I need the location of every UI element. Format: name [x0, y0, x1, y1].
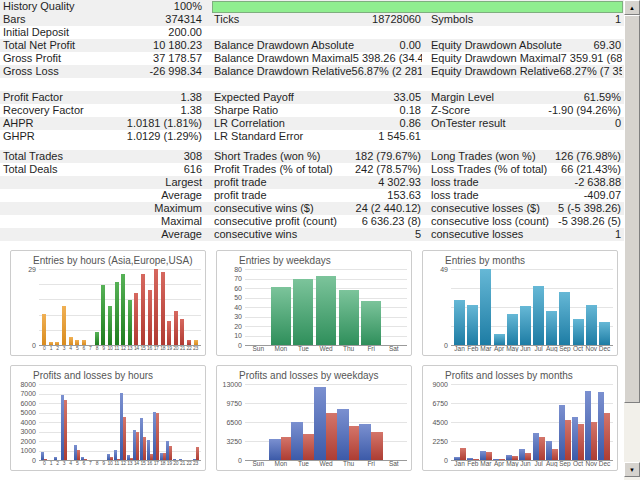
metric-value: 126 (76.98%) [555, 150, 622, 163]
report-cell [422, 26, 622, 39]
bar-slot [192, 447, 199, 460]
bar-slot [140, 418, 147, 460]
bar-slot [506, 314, 519, 345]
bar-slot [127, 300, 134, 345]
y-tick-label: 29 [28, 266, 36, 273]
metric-value: Maximum [154, 202, 203, 215]
metric-value [621, 26, 622, 39]
report-cell: Equity Drawdown Maximal7 359.91 (68.27%) [422, 52, 622, 65]
x-tick-label: Dec [598, 345, 611, 352]
metric-value: 1.38 [181, 91, 203, 104]
y-axis: 290 [13, 269, 39, 345]
metric-label: Equity Drawdown Relative [431, 65, 559, 78]
loss-bar [578, 424, 584, 460]
metric-label: consecutive loss (count) [431, 215, 549, 228]
x-tick-label: Apr [493, 460, 506, 467]
report-cell: consecutive losses ($)5 (-5 398.26) [422, 202, 622, 215]
bar-slot [360, 424, 383, 460]
metric-label: Total Trades [3, 150, 63, 163]
report-cell: Loss Trades (% of total)66 (21.43%) [422, 163, 622, 176]
metric-value: Average [161, 228, 203, 241]
metric-label: Initial Deposit [3, 26, 69, 39]
report-cell: LR Standard Error1 545.61 [203, 130, 422, 143]
bar-slot [466, 458, 479, 460]
bar [62, 306, 66, 345]
bar [180, 319, 184, 345]
x-tick-label: Thu [337, 460, 360, 467]
report-cell: Long Trades (won %)126 (76.98%) [422, 150, 622, 163]
report-row: Averageconsecutive wins5consecutive loss… [0, 228, 624, 241]
history-quality-progressbar [212, 1, 623, 13]
bar-slot [192, 340, 199, 345]
x-tick-label: Mar [479, 460, 492, 467]
charts-row-1: Entries by hours (Asia,Europe,USA)290012… [0, 247, 624, 356]
report-row: Maximumconsecutive wins ($)24 (2 440.12)… [0, 202, 624, 215]
report-cell: Initial Deposit200.00 [0, 26, 203, 39]
report-row: Profit Factor1.38Expected Payoff33.05Mar… [0, 91, 624, 104]
x-tick-label: Oct [572, 345, 585, 352]
report-cell: consecutive wins ($)24 (2 440.12) [203, 202, 422, 215]
metric-value: Largest [165, 176, 203, 189]
bar [55, 342, 59, 345]
charts-row-2: Profits and losses by hours8000700060005… [0, 362, 624, 471]
loss-bar [552, 449, 558, 460]
metric-label: consecutive wins ($) [214, 202, 314, 215]
loss-bar [473, 459, 479, 460]
report-cell: profit trade153.63 [203, 189, 422, 202]
report-row: GHPR1.0129 (1.29%)LR Standard Error1 545… [0, 130, 624, 143]
bar-slot [173, 459, 180, 460]
charts-area: Entries by hours (Asia,Europe,USA)290012… [0, 247, 624, 477]
x-tick-label: Thu [337, 345, 360, 352]
loss-bar [460, 448, 466, 460]
chart-title: Profits and losses by hours [33, 370, 201, 381]
report-cell: Equity Drawdown Absolute69.30 [422, 39, 622, 52]
bar-slot [493, 459, 506, 460]
metric-value: 68.27% (7 359.91) [559, 65, 622, 78]
report-cell: profit trade4 302.93 [203, 176, 422, 189]
bar [69, 337, 73, 345]
metric-label: Sharpe Ratio [214, 104, 278, 117]
scroll-down-icon[interactable]: ▼ [624, 462, 640, 477]
bar-slot [100, 285, 107, 345]
y-axis: 130009750650032500 [219, 384, 245, 460]
y-tick-label: 80 [234, 266, 242, 273]
y-tick-label: 4000 [20, 419, 36, 426]
x-tick-label: Jan [453, 460, 466, 467]
x-tick-label: Fri [360, 460, 383, 467]
report-cell: Maximal [0, 215, 203, 228]
plot-area [39, 384, 201, 460]
y-tick-label: 50 [234, 294, 242, 301]
profit-bar [359, 424, 371, 460]
y-tick-label: 0 [238, 457, 242, 464]
x-axis-line [39, 460, 201, 461]
y-axis: 80706050403020100 [219, 269, 245, 345]
bar-slot [74, 445, 81, 460]
x-tick-label: Jun [519, 345, 532, 352]
bar [271, 287, 291, 345]
x-axis-line [451, 345, 613, 346]
scroll-up-icon[interactable]: ▲ [624, 0, 640, 15]
bar-slot [545, 441, 558, 460]
y-tick-label: 2250 [432, 438, 448, 445]
x-tick-label: Jul [532, 345, 545, 352]
vertical-scrollbar[interactable]: ▲ ▼ [624, 0, 640, 480]
plot-area [451, 384, 613, 460]
bar [194, 340, 198, 345]
x-tick-label: Mon [270, 345, 293, 352]
chart-entries-by-months: Entries by months490JanFebMarAprMayJunJu… [422, 250, 618, 356]
bar-slot [61, 395, 68, 460]
scrollbar-thumb[interactable] [624, 15, 640, 403]
bar [187, 340, 191, 345]
x-axis-line [39, 345, 201, 346]
y-tick-label: 0 [32, 457, 36, 464]
metric-value: 6 636.23 (8) [362, 215, 422, 228]
metric-label: loss trade [431, 189, 479, 202]
bar [115, 282, 119, 345]
y-tick-label: 7000 [20, 390, 36, 397]
chart-entries-by-hours: Entries by hours (Asia,Europe,USA)290012… [10, 250, 206, 356]
bar-slot [493, 334, 506, 345]
bar-slot [153, 412, 160, 460]
loss-bar [169, 446, 172, 460]
report-cell: loss trade-409.07 [422, 189, 622, 202]
bar-slot [133, 430, 140, 460]
